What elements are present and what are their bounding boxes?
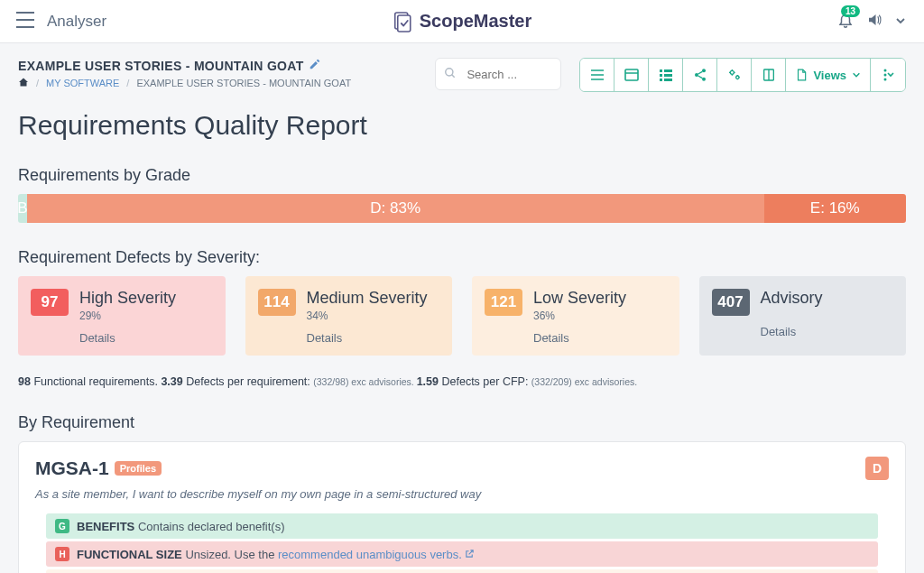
section-byreq-title: By Requirement bbox=[18, 413, 906, 432]
app-title: Analyser bbox=[47, 13, 106, 31]
severity-card-advisory: 407 Advisory Details bbox=[699, 276, 907, 356]
grade-seg-d[interactable]: D: 83% bbox=[27, 194, 764, 223]
chevron-down-icon[interactable] bbox=[895, 14, 906, 30]
section-severity-title: Requirement Defects by Severity: bbox=[18, 248, 906, 267]
severity-details-link[interactable]: Details bbox=[761, 325, 894, 338]
list-icon bbox=[590, 69, 605, 81]
page-title: Requirements Quality Report bbox=[18, 110, 906, 141]
header-row: EXAMPLE USER STORIES - MOUNTAIN GOAT / M… bbox=[18, 58, 906, 92]
finding-row: M CONCISENESS Try to keep length below 5… bbox=[46, 569, 878, 573]
severity-details-link[interactable]: Details bbox=[79, 331, 213, 345]
breadcrumb-current: EXAMPLE USER STORIES - MOUNTAIN GOAT bbox=[136, 78, 351, 88]
severity-count: 121 bbox=[485, 289, 522, 316]
requirement-card: MGSA-1 Profiles D As a site member, I wa… bbox=[18, 441, 906, 573]
settings-button[interactable] bbox=[717, 59, 752, 91]
svg-point-2 bbox=[446, 69, 453, 76]
severity-name: Low Severity bbox=[533, 289, 626, 308]
grade-seg-e[interactable]: E: 16% bbox=[764, 194, 906, 223]
severity-pct: 36% bbox=[533, 310, 626, 322]
chevron-down-icon bbox=[852, 70, 861, 79]
requirement-grade-badge: D bbox=[865, 457, 889, 480]
svg-rect-1 bbox=[398, 15, 411, 32]
severity-count: 407 bbox=[712, 289, 750, 316]
brand-logo[interactable]: ScopeMaster bbox=[393, 11, 532, 32]
book-icon bbox=[762, 68, 776, 82]
content: EXAMPLE USER STORIES - MOUNTAIN GOAT / M… bbox=[0, 43, 924, 573]
severity-card-medium: 114 Medium Severity 34% Details bbox=[245, 276, 453, 356]
view-detail-button[interactable] bbox=[649, 59, 683, 91]
more-icon bbox=[882, 68, 894, 82]
breadcrumb-sep: / bbox=[126, 78, 129, 88]
severity-pct: 34% bbox=[307, 310, 428, 322]
share-icon bbox=[693, 68, 707, 82]
svg-point-12 bbox=[702, 78, 706, 81]
view-card-button[interactable] bbox=[614, 59, 649, 91]
home-icon bbox=[18, 77, 29, 88]
notifications-button[interactable]: 13 bbox=[837, 12, 854, 32]
external-link-icon[interactable] bbox=[465, 548, 475, 561]
severity-name: Medium Severity bbox=[307, 289, 428, 308]
finding-badge: G bbox=[55, 519, 69, 533]
svg-point-16 bbox=[884, 69, 887, 72]
section-grades-title: Requirements by Grade bbox=[18, 166, 906, 185]
views-label: Views bbox=[813, 69, 846, 82]
svg-rect-4 bbox=[660, 69, 662, 72]
topbar-right: 13 bbox=[837, 12, 906, 32]
more-button[interactable] bbox=[871, 59, 905, 91]
logo-icon bbox=[393, 11, 414, 32]
book-button[interactable] bbox=[752, 59, 786, 91]
severity-card-high: 97 High Severity 29% Details bbox=[18, 276, 226, 356]
severity-count: 97 bbox=[31, 289, 69, 316]
search-box bbox=[435, 58, 561, 90]
svg-point-11 bbox=[695, 73, 698, 77]
grade-seg-b[interactable]: B bbox=[18, 194, 27, 223]
breadcrumb: / MY SOFTWARE / EXAMPLE USER STORIES - M… bbox=[18, 77, 435, 89]
summary-line: 98 Functional requirements. 3.39 Defects… bbox=[18, 375, 906, 388]
finding-link[interactable]: recommended unambiguous verbs. bbox=[278, 548, 462, 561]
breadcrumb-link[interactable]: MY SOFTWARE bbox=[46, 78, 119, 88]
severity-grid: 97 High Severity 29% Details 114 Medium … bbox=[18, 276, 906, 356]
edit-title-button[interactable] bbox=[309, 58, 321, 73]
page-label: EXAMPLE USER STORIES - MOUNTAIN GOAT bbox=[18, 58, 435, 73]
requirement-header: MGSA-1 Profiles D bbox=[35, 457, 889, 480]
share-button[interactable] bbox=[683, 59, 717, 91]
finding-row: G BENEFITS Contains declared benefit(s) bbox=[46, 513, 878, 539]
svg-point-14 bbox=[736, 76, 739, 79]
svg-point-18 bbox=[884, 79, 887, 81]
svg-point-17 bbox=[884, 74, 887, 77]
finding-row: H FUNCTIONAL SIZE Unsized. Use the recom… bbox=[46, 541, 878, 567]
gears-icon bbox=[726, 68, 743, 82]
notif-badge: 13 bbox=[841, 5, 860, 17]
view-toolbar: Views bbox=[579, 58, 906, 92]
severity-name: Advisory bbox=[761, 289, 823, 308]
breadcrumb-sep: / bbox=[36, 78, 39, 88]
svg-rect-9 bbox=[664, 79, 672, 81]
volume-icon bbox=[866, 12, 882, 28]
severity-name: High Severity bbox=[79, 289, 176, 308]
view-list-button[interactable] bbox=[580, 59, 614, 91]
requirement-id: MGSA-1 Profiles bbox=[35, 457, 162, 479]
topbar: Analyser ScopeMaster 13 bbox=[0, 0, 924, 43]
requirement-desc: As a site member, I want to describe mys… bbox=[35, 487, 889, 501]
svg-rect-6 bbox=[660, 79, 662, 81]
brand-text: ScopeMaster bbox=[420, 11, 532, 32]
svg-point-10 bbox=[702, 69, 706, 72]
list-detail-icon bbox=[659, 69, 673, 81]
views-dropdown[interactable]: Views bbox=[786, 59, 871, 91]
volume-button[interactable] bbox=[866, 12, 882, 32]
breadcrumb-home[interactable] bbox=[18, 77, 29, 89]
grade-bar: B D: 83% E: 16% bbox=[18, 194, 906, 223]
search-icon bbox=[444, 67, 457, 83]
severity-pct: 29% bbox=[79, 310, 176, 322]
pencil-icon bbox=[309, 58, 321, 70]
severity-details-link[interactable]: Details bbox=[307, 331, 440, 345]
svg-rect-5 bbox=[660, 74, 662, 77]
menu-icon[interactable] bbox=[16, 12, 34, 32]
severity-count: 114 bbox=[258, 289, 296, 316]
severity-card-low: 121 Low Severity 36% Details bbox=[472, 276, 679, 356]
requirement-tag[interactable]: Profiles bbox=[115, 461, 162, 476]
finding-badge: H bbox=[55, 547, 69, 561]
document-icon bbox=[795, 68, 808, 82]
card-icon bbox=[624, 69, 639, 81]
severity-details-link[interactable]: Details bbox=[533, 331, 667, 345]
